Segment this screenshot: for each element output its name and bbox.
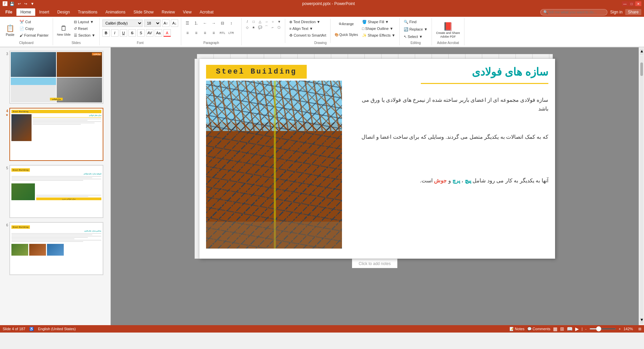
- slide-heading-fa[interactable]: سازه های فولادی: [472, 66, 548, 78]
- shape-line-btn[interactable]: /: [244, 19, 250, 24]
- align-text-btn[interactable]: ≡ Align Text ▼: [288, 26, 328, 32]
- slide-thumb-5[interactable]: 5 Steel Building تاریخچه سازه های فولادی: [1, 164, 109, 219]
- change-case-btn[interactable]: Aa: [155, 29, 162, 37]
- slide-img-6[interactable]: Steel Building محاسن سازه های فلزی: [9, 222, 103, 275]
- tab-view[interactable]: View: [179, 8, 196, 16]
- slide-text-2[interactable]: که به کمک اتصالات به یکدیگر متصل می گردن…: [354, 133, 548, 141]
- redo-btn[interactable]: ↪: [23, 1, 28, 6]
- bold-btn[interactable]: B: [102, 29, 110, 37]
- slide-img-5[interactable]: Steel Building تاریخچه سازه های فولادی: [9, 165, 103, 218]
- section-btn[interactable]: ☰ Section ▼: [72, 32, 97, 38]
- shape-connector-btn[interactable]: ⌐: [270, 25, 276, 30]
- align-right-btn[interactable]: ≡: [201, 29, 209, 37]
- rtl-btn[interactable]: RTL: [219, 29, 226, 37]
- replace-btn[interactable]: 🔄 Replace ▼: [402, 26, 429, 32]
- shape-diamond-btn[interactable]: ◇: [244, 25, 250, 30]
- char-spacing-btn[interactable]: AV: [146, 29, 153, 37]
- layout-btn[interactable]: ⊟ Layout ▼: [72, 19, 97, 25]
- slide-img-3[interactable]: سازه فولادی ورق فلزی: [9, 51, 103, 104]
- view-sorter-btn[interactable]: ⊞: [560, 326, 564, 332]
- convert-smartart-btn[interactable]: ♻ Convert to SmartArt: [288, 32, 328, 38]
- paste-btn[interactable]: 📋 Paste: [3, 19, 17, 42]
- slide-thumb-4[interactable]: 4★ Steel Building سازه های فولادی: [1, 107, 109, 162]
- undo-btn[interactable]: ↩: [17, 1, 22, 6]
- format-painter-btn[interactable]: 🖌 Format Painter: [18, 32, 50, 38]
- slide-img-4[interactable]: Steel Building سازه های فولادی: [9, 108, 103, 161]
- tab-acrobat[interactable]: Acrobat: [196, 8, 217, 16]
- save-btn[interactable]: 💾: [9, 1, 15, 6]
- shape-rect-btn[interactable]: □: [251, 19, 257, 24]
- tab-animations[interactable]: Animations: [101, 8, 129, 16]
- bullets-btn[interactable]: ☰: [184, 19, 191, 27]
- font-color-btn[interactable]: A: [163, 29, 171, 37]
- underline-btn[interactable]: U: [120, 29, 127, 37]
- slide-panel[interactable]: 3 سازه فولادی ورق فلزی 4★ Steel Building: [0, 47, 111, 325]
- slide-title-box[interactable]: Steel Building: [206, 65, 307, 79]
- slide-editor[interactable]: Steel Building سازه های فولادی: [111, 47, 639, 325]
- increase-font-btn[interactable]: A↑: [162, 19, 169, 27]
- justify-btn[interactable]: ≡: [210, 29, 217, 37]
- scroll-down-btn[interactable]: ▼: [640, 317, 643, 324]
- font-size-select[interactable]: 18: [144, 19, 161, 27]
- zoom-in-btn[interactable]: +: [619, 327, 621, 331]
- tell-me-input[interactable]: [548, 10, 604, 14]
- font-family-select[interactable]: Calibri (Body): [102, 19, 143, 27]
- shadow-btn[interactable]: S: [137, 29, 145, 37]
- scroll-up-btn[interactable]: ▲: [640, 49, 643, 55]
- reset-btn[interactable]: ↺ Reset: [72, 26, 97, 32]
- slide-text-1[interactable]: سازه فولادی مجموعه ای از اعضای باربر ساخ…: [354, 96, 548, 113]
- shape-fill-btn[interactable]: 🪣 Shape Fill ▼: [361, 19, 397, 25]
- numbering-btn[interactable]: 1.: [193, 19, 200, 27]
- scrollbar-thumb[interactable]: [640, 62, 643, 76]
- tab-transitions[interactable]: Transitions: [74, 8, 101, 16]
- shape-curve-btn[interactable]: ⌒: [263, 25, 269, 30]
- view-slideshow-btn[interactable]: ▶: [575, 326, 579, 332]
- create-share-pdf-btn[interactable]: 📕 Create and Share Adobe PDF: [435, 19, 461, 42]
- decrease-font-btn[interactable]: A↓: [171, 19, 178, 27]
- notes-bar[interactable]: Click to add notes: [352, 259, 397, 268]
- ltr-btn[interactable]: LTR: [228, 29, 235, 37]
- shape-circle-btn[interactable]: ○: [270, 19, 276, 24]
- tab-home[interactable]: Home: [16, 8, 35, 16]
- customize-btn[interactable]: ▼: [30, 1, 35, 6]
- line-spacing-btn[interactable]: ↕: [228, 19, 235, 27]
- fit-slide-btn[interactable]: ⊞: [638, 327, 641, 331]
- notes-placeholder[interactable]: Click to add notes: [359, 261, 391, 266]
- zoom-out-btn[interactable]: -: [585, 327, 587, 331]
- close-btn[interactable]: ✕: [635, 1, 641, 6]
- columns-btn[interactable]: ⊟: [219, 19, 226, 27]
- select-btn[interactable]: ↖ Select ▼: [402, 34, 429, 40]
- arrange-btn[interactable]: ⧉ Arrange: [333, 19, 359, 29]
- italic-btn[interactable]: I: [111, 29, 118, 37]
- maximize-btn[interactable]: □: [629, 1, 635, 6]
- shape-more-btn[interactable]: ▼: [276, 19, 282, 24]
- slide-text-3[interactable]: آنها به یکدیگر به کار می رود شامل پیچ ، …: [354, 176, 548, 185]
- increase-indent-btn[interactable]: →: [210, 19, 217, 27]
- decrease-indent-btn[interactable]: ←: [201, 19, 209, 27]
- sign-in-btn[interactable]: Sign in: [610, 10, 623, 14]
- align-center-btn[interactable]: ≡: [193, 29, 200, 37]
- quick-styles-btn[interactable]: 🎨 Quick Styles: [333, 30, 359, 40]
- text-direction-btn[interactable]: ⊕ Text Direction ▼: [288, 19, 328, 25]
- new-slide-btn[interactable]: 🗒 New Slide: [56, 19, 72, 42]
- cut-btn[interactable]: ✂️ Cut: [18, 19, 50, 25]
- comments-btn[interactable]: 💬 Comments: [527, 327, 550, 331]
- slide-thumb-6[interactable]: 6 Steel Building محاسن سازه های فلزی: [1, 221, 109, 276]
- zoom-slider[interactable]: [589, 328, 616, 330]
- shape-star-btn[interactable]: ★: [251, 25, 257, 30]
- tab-file[interactable]: File: [1, 8, 16, 16]
- shape-poly-btn[interactable]: ⬡: [276, 25, 282, 30]
- find-btn[interactable]: 🔍 Find: [402, 19, 429, 25]
- slide-canvas[interactable]: Steel Building سازه های فولادی: [199, 59, 555, 259]
- view-reading-btn[interactable]: 📖: [567, 326, 573, 332]
- strikethrough-btn[interactable]: S: [129, 29, 136, 37]
- notes-btn[interactable]: 📝 Notes: [509, 327, 525, 331]
- copy-btn[interactable]: 📄 Copy: [18, 26, 50, 32]
- tab-design[interactable]: Design: [53, 8, 74, 16]
- zoom-level[interactable]: 142%: [624, 327, 636, 331]
- minimize-btn[interactable]: —: [622, 1, 628, 6]
- slide-thumb-3[interactable]: 3 سازه فولادی ورق فلزی: [1, 50, 109, 104]
- shape-outline-btn[interactable]: □ Shape Outline ▼: [361, 26, 397, 32]
- view-normal-btn[interactable]: ▦: [553, 326, 557, 332]
- tell-me-bar[interactable]: 🔍: [540, 9, 607, 15]
